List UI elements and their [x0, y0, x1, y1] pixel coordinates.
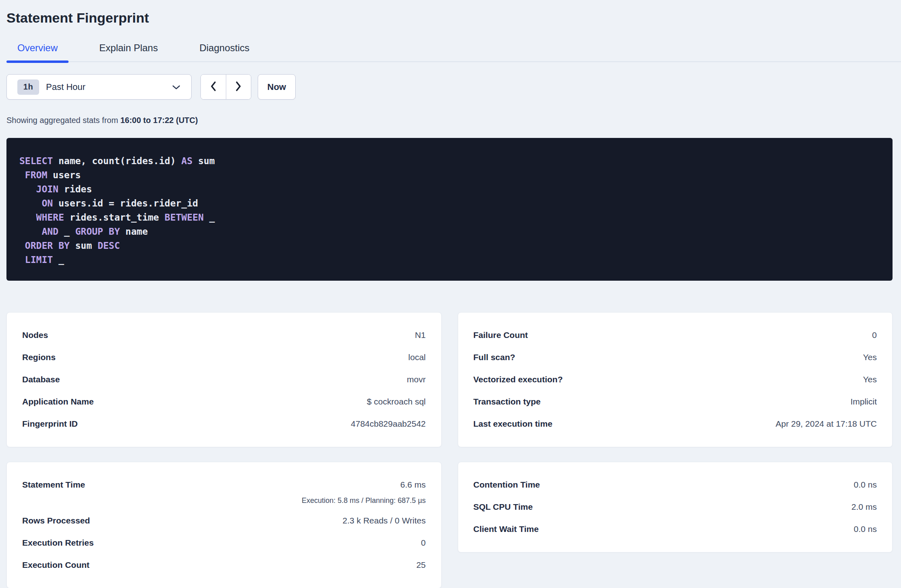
row-label: Regions: [22, 352, 56, 362]
sql-statement-box: SELECT name, count(rides.id) AS sum FROM…: [6, 138, 893, 281]
stats-row-execution-count: Execution Count 25: [22, 554, 426, 576]
chevron-right-icon: [234, 81, 242, 93]
row-value: 2.0 ms: [851, 502, 877, 512]
chevron-left-icon: [209, 81, 217, 93]
attrs-row-last-execution-time: Last execution time Apr 29, 2024 at 17:1…: [473, 413, 877, 435]
time-prev-button[interactable]: [201, 75, 226, 99]
sql-statement: SELECT name, count(rides.id) AS sum FROM…: [19, 154, 880, 267]
overview-card: Nodes N1 Regions local Database movr App…: [6, 312, 442, 447]
nodes-link[interactable]: N1: [415, 330, 426, 340]
tab-overview[interactable]: Overview: [6, 43, 69, 61]
execution-attributes-card: Failure Count 0 Full scan? Yes Vectorize…: [458, 312, 893, 447]
row-value: 0: [872, 330, 877, 340]
row-label: Last execution time: [473, 419, 553, 429]
time-controls: 1h Past Hour Now: [6, 74, 893, 100]
tab-explain-plans[interactable]: Explain Plans: [88, 43, 169, 61]
overview-row-regions: Regions local: [22, 346, 426, 368]
resource-row-sql-cpu-time: SQL CPU Time 2.0 ms: [473, 496, 877, 518]
chevron-down-icon: [172, 84, 181, 90]
row-label: Full scan?: [473, 352, 515, 362]
statement-time-values: 6.6 ms Execution: 5.8 ms / Planning: 687…: [302, 473, 426, 505]
row-value: local: [408, 352, 425, 362]
time-next-button[interactable]: [226, 75, 251, 99]
row-label: Execution Count: [22, 560, 90, 570]
tab-overview-label: Overview: [17, 42, 58, 53]
row-subvalue: Execution: 5.8 ms / Planning: 687.5 µs: [302, 496, 426, 505]
row-label: Application Name: [22, 397, 94, 407]
row-value: 2.3 k Reads / 0 Writes: [342, 516, 425, 525]
row-value: 0.0 ns: [854, 480, 877, 490]
resource-usage-card: Contention Time 0.0 ns SQL CPU Time 2.0 …: [458, 462, 893, 553]
overview-row-application-name: Application Name $ cockroach sql: [22, 390, 426, 413]
row-value: 6.6 ms: [302, 473, 426, 496]
row-value: 0.0 ns: [854, 524, 877, 534]
row-label: Client Wait Time: [473, 524, 539, 534]
row-value: Yes: [863, 352, 877, 362]
statement-stats-card: Statement Time 6.6 ms Execution: 5.8 ms …: [6, 462, 442, 588]
row-label: Database: [22, 375, 60, 384]
stats-row-execution-retries: Execution Retries 0: [22, 532, 426, 554]
application-name-link[interactable]: $ cockroach sql: [367, 397, 426, 407]
tab-explain-plans-label: Explain Plans: [99, 42, 158, 53]
row-value: 25: [416, 560, 425, 570]
tab-diagnostics[interactable]: Diagnostics: [188, 43, 260, 61]
resource-row-contention-time: Contention Time 0.0 ns: [473, 473, 877, 496]
row-value: 4784cb829aab2542: [351, 419, 426, 429]
time-interval-badge: 1h: [17, 79, 39, 95]
tab-diagnostics-label: Diagnostics: [199, 42, 249, 53]
overview-row-database: Database movr: [22, 368, 426, 390]
cards-row-1: Nodes N1 Regions local Database movr App…: [6, 312, 893, 447]
page: Statement Fingerprint Overview Explain P…: [0, 10, 901, 588]
row-label: Nodes: [22, 330, 48, 340]
attrs-row-transaction-type: Transaction type Implicit: [473, 390, 877, 413]
aggregation-range-prefix: Showing aggregated stats from: [6, 116, 118, 125]
row-label: SQL CPU Time: [473, 502, 533, 512]
overview-row-fingerprint-id: Fingerprint ID 4784cb829aab2542: [22, 413, 426, 435]
time-range-dropdown[interactable]: 1h Past Hour: [6, 74, 192, 100]
tab-bar: Overview Explain Plans Diagnostics: [6, 43, 901, 62]
row-label: Contention Time: [473, 480, 540, 490]
row-value: Yes: [863, 375, 877, 384]
row-label: Statement Time: [22, 473, 85, 496]
attrs-row-full-scan: Full scan? Yes: [473, 346, 877, 368]
row-label: Vectorized execution?: [473, 375, 563, 384]
overview-row-nodes: Nodes N1: [22, 324, 426, 346]
row-label: Failure Count: [473, 330, 528, 340]
time-range-label: Past Hour: [46, 82, 86, 92]
cards-row-2: Statement Time 6.6 ms Execution: 5.8 ms …: [6, 462, 893, 588]
row-value: 0: [421, 538, 426, 548]
now-button[interactable]: Now: [258, 74, 296, 100]
row-label: Transaction type: [473, 397, 541, 407]
row-label: Fingerprint ID: [22, 419, 78, 429]
aggregation-range-value: 16:00 to 17:22 (UTC): [120, 116, 198, 125]
time-pager: [200, 74, 251, 100]
row-value: Implicit: [851, 397, 877, 407]
row-value: movr: [407, 375, 426, 384]
stats-row-statement-time: Statement Time 6.6 ms Execution: 5.8 ms …: [22, 473, 426, 505]
attrs-row-vectorized: Vectorized execution? Yes: [473, 368, 877, 390]
row-label: Rows Processed: [22, 516, 90, 525]
attrs-row-failure-count: Failure Count 0: [473, 324, 877, 346]
page-title: Statement Fingerprint: [6, 10, 893, 26]
row-value: Apr 29, 2024 at 17:18 UTC: [776, 419, 877, 429]
aggregation-range-text: Showing aggregated stats from 16:00 to 1…: [6, 115, 893, 125]
stats-row-rows-processed: Rows Processed 2.3 k Reads / 0 Writes: [22, 509, 426, 532]
resource-row-client-wait-time: Client Wait Time 0.0 ns: [473, 518, 877, 540]
row-label: Execution Retries: [22, 538, 94, 548]
